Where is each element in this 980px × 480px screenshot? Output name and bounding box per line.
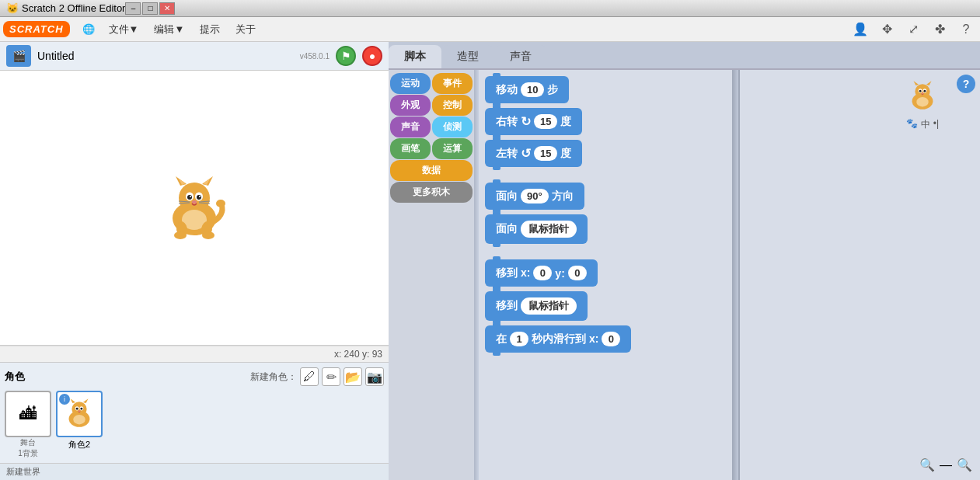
block-turn-left[interactable]: 左转 ↺ 15 度 bbox=[485, 140, 582, 167]
svg-point-12 bbox=[192, 200, 197, 203]
stage-coords: x: 240 y: 93 bbox=[0, 346, 389, 362]
zoom-controls: 🔍 — 🔍 bbox=[919, 457, 972, 472]
sprite-dot-icon[interactable]: •| bbox=[933, 118, 939, 131]
block-goto-xy[interactable]: 移到 x: 0 y: 0 bbox=[485, 259, 598, 287]
titlebar: 🐱 Scratch 2 Offline Editor – □ ✕ bbox=[0, 0, 980, 17]
stage-name: 舞台 bbox=[20, 437, 36, 448]
tips-menu[interactable]: 提示 bbox=[194, 21, 226, 38]
scripts-body: 运动 事件 外观 控制 声音 侦测 画笔 运算 数据 bbox=[389, 70, 980, 480]
stage-thumbnail[interactable]: 🏙 bbox=[5, 391, 51, 437]
svg-marker-36 bbox=[926, 81, 932, 85]
svg-point-10 bbox=[190, 196, 191, 197]
category-sense[interactable]: 侦测 bbox=[432, 117, 473, 137]
block-glide[interactable]: 在 1 秒内滑行到 x: 0 bbox=[485, 325, 631, 353]
category-motion[interactable]: 运动 bbox=[390, 73, 431, 94]
workspace-sprite-controls: 🐾 中 •| bbox=[906, 118, 939, 131]
sprites-list: 🏙 舞台 1背景 i bbox=[5, 391, 384, 459]
close-button[interactable]: ✕ bbox=[159, 2, 175, 15]
stage-header: 🎬 Untitled v458.0.1 ⚑ ● bbox=[0, 42, 389, 71]
svg-point-24 bbox=[71, 402, 86, 416]
block-move[interactable]: 移动 10 步 bbox=[485, 76, 569, 103]
help-menu[interactable]: 关于 bbox=[229, 21, 262, 38]
category-data[interactable]: 数据 bbox=[390, 160, 473, 181]
sprite-size-label: 中 bbox=[921, 118, 930, 131]
stage-canvas[interactable] bbox=[0, 71, 389, 346]
scripts-panel: 脚本 造型 声音 运动 事件 外观 控制 声音 侦测 画笔 bbox=[389, 42, 980, 480]
sprites-label: 角色 bbox=[5, 370, 25, 384]
edit-menu[interactable]: 编辑▼ bbox=[148, 21, 190, 38]
block-turn-right[interactable]: 右转 ↻ 15 度 bbox=[485, 108, 582, 135]
new-sprite-area: 新建角色： 🖊 ✏ 📂 📷 bbox=[250, 367, 384, 386]
svg-point-32 bbox=[73, 415, 85, 424]
block-categories: 运动 事件 外观 控制 声音 侦测 画笔 运算 数据 bbox=[389, 70, 474, 480]
block-spacer-1 bbox=[485, 172, 726, 178]
sprites-header: 角色 新建角色： 🖊 ✏ 📂 📷 bbox=[5, 367, 384, 386]
help-button[interactable]: ? bbox=[957, 75, 975, 93]
svg-point-29 bbox=[76, 408, 78, 410]
person-icon[interactable]: 👤 bbox=[849, 19, 871, 40]
stage-title-icon: 🎬 bbox=[6, 45, 31, 67]
sprite-badge: i bbox=[59, 394, 70, 405]
green-flag-button[interactable]: ⚑ bbox=[336, 46, 356, 66]
file-menu[interactable]: 文件▼ bbox=[103, 21, 145, 38]
svg-point-11 bbox=[199, 196, 201, 197]
category-control[interactable]: 控制 bbox=[432, 95, 473, 116]
tab-script[interactable]: 脚本 bbox=[389, 45, 441, 68]
stop-button[interactable]: ● bbox=[362, 46, 382, 66]
blocks-area: 移动 10 步 右转 ↻ 15 度 左转 ↺ 15 度 bbox=[479, 70, 732, 480]
question-icon[interactable]: ? bbox=[955, 19, 977, 40]
scratch-logo: SCRATCH bbox=[3, 21, 70, 37]
cat-sprite-item: i bbox=[56, 391, 103, 459]
draw-sprite-button[interactable]: ✏ bbox=[322, 367, 340, 386]
block-spacer-2 bbox=[485, 249, 726, 255]
load-sprite-button[interactable]: 📂 bbox=[344, 367, 362, 386]
version-label: v458.0.1 bbox=[300, 52, 330, 61]
block-goto-mouse[interactable]: 移到 鼠标指针 bbox=[485, 291, 588, 321]
category-sound[interactable]: 声音 bbox=[390, 117, 431, 137]
paint-sprite-button[interactable]: 🖊 bbox=[300, 367, 319, 386]
zoom-out-icon[interactable]: 🔍 bbox=[919, 457, 935, 472]
maximize-button[interactable]: □ bbox=[142, 2, 158, 15]
move-icon[interactable]: ✥ bbox=[876, 19, 898, 40]
svg-point-21 bbox=[202, 231, 214, 239]
minimize-button[interactable]: – bbox=[125, 2, 141, 15]
tab-costume[interactable]: 造型 bbox=[441, 45, 494, 68]
svg-point-22 bbox=[216, 200, 225, 207]
zoom-reset-icon[interactable]: — bbox=[940, 458, 952, 472]
stage-area: 🎬 Untitled v458.0.1 ⚑ ● bbox=[0, 42, 389, 480]
vertical-divider bbox=[474, 70, 479, 480]
camera-sprite-button[interactable]: 📷 bbox=[365, 367, 384, 386]
stage-sprite-item: 🏙 舞台 1背景 bbox=[5, 391, 51, 459]
stage-title: Untitled bbox=[37, 50, 294, 62]
svg-point-1 bbox=[179, 183, 210, 214]
cat-thumbnail[interactable]: i bbox=[56, 391, 103, 437]
workspace-divider bbox=[732, 70, 738, 480]
block-face-direction[interactable]: 面向 90° 方向 bbox=[485, 183, 584, 210]
globe-icon[interactable]: 🌐 bbox=[78, 19, 99, 40]
category-pen[interactable]: 画笔 bbox=[390, 138, 431, 159]
window-controls: – □ ✕ bbox=[125, 2, 175, 15]
svg-marker-35 bbox=[913, 81, 919, 85]
resize-icon[interactable]: ⤢ bbox=[902, 19, 924, 40]
svg-point-34 bbox=[915, 84, 929, 99]
stage-info: 1背景 bbox=[18, 448, 38, 459]
svg-point-8 bbox=[187, 195, 192, 200]
tab-sound[interactable]: 声音 bbox=[494, 45, 547, 68]
block-face-mouse[interactable]: 面向 鼠标指针 bbox=[485, 214, 588, 244]
category-operator[interactable]: 运算 bbox=[432, 138, 473, 159]
cat-sprite bbox=[155, 173, 233, 243]
title-icon: 🐱 bbox=[6, 2, 19, 14]
script-workspace[interactable]: ? bbox=[738, 70, 981, 480]
rotate-icon[interactable]: ✤ bbox=[929, 19, 950, 40]
category-looks[interactable]: 外观 bbox=[390, 95, 431, 116]
sprite-name: 角色2 bbox=[68, 439, 90, 450]
category-event[interactable]: 事件 bbox=[432, 73, 473, 94]
svg-point-31 bbox=[78, 410, 81, 412]
zoom-in-icon[interactable]: 🔍 bbox=[957, 457, 972, 472]
category-more[interactable]: 更多积木 bbox=[390, 182, 473, 203]
sprites-panel: 角色 新建角色： 🖊 ✏ 📂 📷 🏙 舞台 1背景 bbox=[0, 362, 389, 463]
svg-point-40 bbox=[923, 90, 926, 92]
svg-point-9 bbox=[197, 195, 201, 200]
main-area: 🎬 Untitled v458.0.1 ⚑ ● bbox=[0, 42, 980, 480]
sprite-paw-icon[interactable]: 🐾 bbox=[906, 118, 918, 131]
